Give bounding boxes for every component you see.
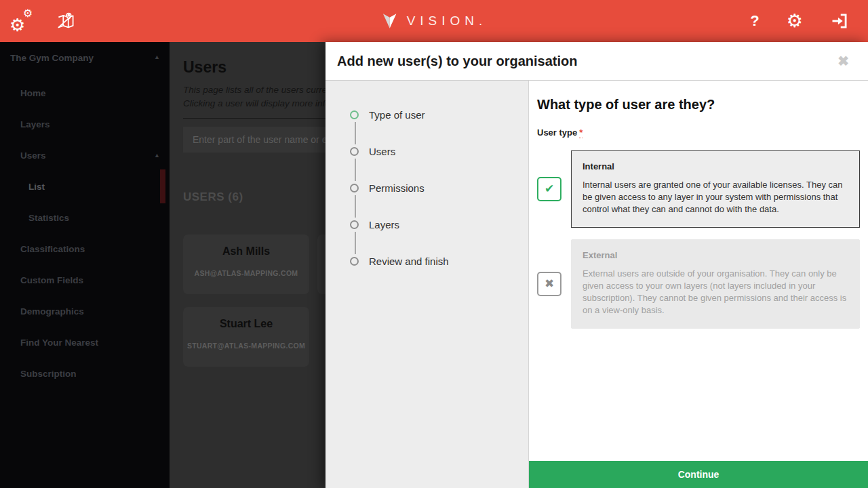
sidebar-item-find-your-nearest[interactable]: Find Your Nearest (0, 327, 170, 358)
modal-content: What type of user are they? User type* ✔… (529, 81, 868, 488)
wizard-stepper: Type of user Users Permissions Layers Re… (326, 81, 529, 488)
modal-header: Add new user(s) to your organisation ✖ (326, 42, 868, 81)
step-circle-icon (350, 147, 359, 156)
step-circle-icon (350, 257, 359, 266)
step-layers[interactable]: Layers (350, 219, 528, 230)
user-email: STUART@ATLAS-MAPPING.COM (187, 342, 305, 350)
internal-checkbox[interactable]: ✔ (537, 177, 561, 201)
user-email: ASH@ATLAS-MAPPING.COM (195, 269, 298, 277)
external-option-row: ✖ External External users are outside of… (537, 239, 860, 329)
sidebar-org-header[interactable]: The Gym Company ▲ (0, 42, 170, 77)
external-checkbox[interactable]: ✖ (537, 272, 561, 296)
user-name: Stuart Lee (220, 318, 273, 330)
vision-logo: VISION. (381, 0, 488, 42)
sidebar-item-layers[interactable]: Layers (0, 108, 170, 140)
step-review-and-finish[interactable]: Review and finish (350, 256, 528, 267)
step-connector (355, 159, 356, 181)
logout-icon[interactable] (830, 12, 849, 30)
external-title: External (583, 250, 848, 260)
external-option-card[interactable]: External External users are outside of y… (571, 239, 860, 329)
sidebar-item-users-statistics[interactable]: Statistics (0, 202, 170, 233)
settings-gear-icon[interactable]: ⚙ (787, 12, 803, 30)
help-icon[interactable]: ? (750, 12, 759, 30)
admin-gears-icon[interactable]: ⚙ ⚙ (9, 9, 33, 33)
vision-logo-text: VISION. (407, 14, 488, 28)
sidebar-item-users[interactable]: Users ▲ (0, 140, 170, 171)
topbar-right-icons: ? ⚙ (750, 0, 868, 42)
step-circle-icon (350, 110, 359, 119)
top-app-bar: ⚙ ⚙ VISION. ? ⚙ (0, 0, 868, 42)
user-card[interactable]: Stuart Lee STUART@ATLAS-MAPPING.COM (183, 307, 309, 367)
required-asterisk: * (579, 127, 583, 138)
sidebar-item-classifications[interactable]: Classifications (0, 233, 170, 264)
step-connector (355, 195, 356, 218)
step-users[interactable]: Users (350, 146, 528, 157)
modal-title: Add new user(s) to your organisation (337, 54, 577, 69)
step-permissions[interactable]: Permissions (350, 182, 528, 194)
topbar-left-icons: ⚙ ⚙ (0, 9, 76, 33)
user-type-question: What type of user are they? (537, 97, 860, 113)
user-type-field-label: User type* (537, 127, 860, 138)
check-icon: ✔ (545, 182, 554, 196)
continue-button[interactable]: Continue (529, 461, 868, 488)
internal-description: Internal users are granted one of your a… (583, 179, 848, 216)
sidebar-item-users-list[interactable]: List (0, 171, 170, 202)
step-circle-icon (350, 220, 359, 229)
sidebar-item-home[interactable]: Home (0, 77, 170, 108)
active-item-indicator (160, 169, 165, 203)
map-icon[interactable] (56, 11, 76, 31)
sidebar-nav: The Gym Company ▲ Home Layers Users ▲ Li… (0, 42, 170, 488)
add-user-modal: Add new user(s) to your organisation ✖ T… (326, 42, 868, 488)
internal-option-card[interactable]: Internal Internal users are granted one … (571, 150, 860, 228)
step-type-of-user[interactable]: Type of user (350, 109, 528, 121)
vision-logo-mark (381, 12, 399, 30)
user-name: Ash Mills (222, 245, 270, 258)
external-description: External users are outside of your organ… (583, 268, 848, 317)
x-icon: ✖ (545, 277, 554, 291)
user-card[interactable]: Ash Mills ASH@ATLAS-MAPPING.COM (183, 235, 309, 294)
internal-title: Internal (583, 161, 848, 171)
sidebar-item-subscription[interactable]: Subscription (0, 358, 170, 389)
org-name: The Gym Company (10, 53, 94, 63)
sidebar-item-custom-fields[interactable]: Custom Fields (0, 264, 170, 296)
step-connector (355, 122, 356, 144)
internal-option-row: ✔ Internal Internal users are granted on… (537, 150, 860, 228)
collapse-caret-icon[interactable]: ▲ (154, 54, 160, 60)
step-circle-icon (350, 184, 359, 192)
close-icon[interactable]: ✖ (837, 54, 849, 68)
sidebar-item-demographics[interactable]: Demographics (0, 296, 170, 327)
collapse-caret-icon[interactable]: ▲ (154, 152, 160, 159)
step-connector (355, 232, 356, 254)
